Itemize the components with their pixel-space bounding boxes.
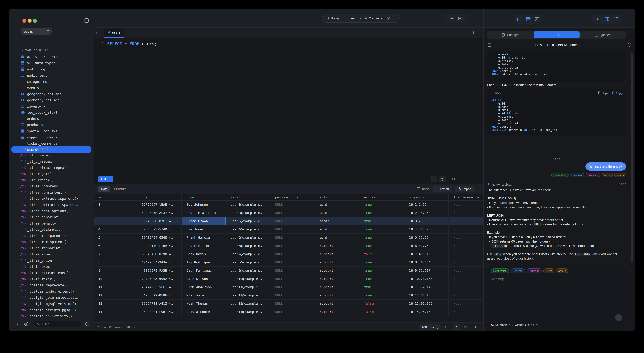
table-cell-id[interactable]: 7 bbox=[94, 250, 137, 258]
column-header-role[interactable]: role bbox=[315, 194, 359, 200]
table-cell-signup_ip[interactable]: 10.10.70.130 bbox=[404, 275, 449, 283]
sidebar-function[interactable]: ƒ(×)_ltree_compress() bbox=[12, 183, 91, 189]
table-cell-email[interactable]: user8@example.c… bbox=[226, 258, 270, 266]
table-cell-last_known_ip[interactable]: NULL bbox=[449, 275, 483, 283]
table-row[interactable]: 3DF242380-87F1-4…Diana Brownuser3@exampl… bbox=[94, 217, 483, 225]
table-cell-id[interactable]: 10 bbox=[94, 275, 137, 283]
table-cell-password_hash[interactable]: NULL bbox=[270, 201, 315, 209]
table-cell-email[interactable]: user4@example.c… bbox=[226, 225, 270, 233]
sidebar-table-geography_columns[interactable]: geography_columns bbox=[12, 91, 91, 97]
table-cell-email[interactable]: user13@example.… bbox=[226, 300, 270, 308]
table-cell-email[interactable]: user14@example.… bbox=[226, 308, 270, 316]
query-log-button[interactable] bbox=[430, 176, 437, 182]
table-cell-last_known_ip[interactable]: NULL bbox=[449, 291, 483, 299]
table-row[interactable]: 8C2427FEA-943A-4…Ivy Rodriguezuser8@exam… bbox=[94, 258, 483, 267]
table-cell-password_hash[interactable]: NULL bbox=[270, 308, 315, 316]
table-cell-name[interactable]: Charlie Williams bbox=[182, 209, 226, 217]
table-cell-email[interactable]: user9@example.c… bbox=[226, 267, 270, 275]
sidebar-function[interactable]: ƒ(×)_ltq_rregex() bbox=[12, 177, 91, 183]
sidebar-function[interactable]: ƒ(×)_postgis_scripts_pgsql_v… bbox=[12, 307, 91, 313]
tab-ai[interactable]: AI bbox=[534, 31, 580, 38]
sidebar-table-active_products[interactable]: active_products bbox=[12, 54, 91, 60]
chat-history-icon[interactable] bbox=[627, 43, 631, 47]
table-cell-password_hash[interactable]: NULL bbox=[270, 250, 315, 258]
sidebar-function[interactable]: ƒ(×)_ltxtq_exec() bbox=[12, 263, 91, 270]
connection-pill[interactable]: Relay › devdb ▾ Connected bbox=[322, 14, 400, 23]
table-cell-email[interactable]: user3@example.c… bbox=[226, 217, 270, 225]
ai-sparkles-icon[interactable] bbox=[596, 17, 600, 22]
zoom-window-button[interactable] bbox=[33, 19, 37, 23]
sidebar-table-audit_test[interactable]: audit_test bbox=[12, 72, 91, 78]
table-cell-uuid[interactable]: 4102C979-FA5E-4… bbox=[137, 267, 182, 275]
table-cell-uuid[interactable]: 1DA4B14C-F1BA-4… bbox=[137, 242, 182, 250]
table-cell-id[interactable]: 13 bbox=[94, 300, 137, 308]
column-header-id[interactable]: id bbox=[94, 194, 137, 200]
table-cell-last_known_ip[interactable]: NULL bbox=[449, 225, 483, 233]
table-cell-email[interactable]: user7@example.c… bbox=[226, 250, 270, 258]
table-cell-last_known_ip[interactable]: NULL bbox=[449, 250, 483, 258]
table-cell-uuid[interactable]: 399C0B3B-AE37-4… bbox=[137, 209, 182, 217]
table-cell-id[interactable]: 12 bbox=[94, 291, 137, 299]
table-row[interactable]: 2399C0B3B-AE37-4…Charlie Williamsuser2@e… bbox=[94, 209, 483, 217]
sidebar-function[interactable]: ƒ(×)_ltree_same() bbox=[12, 251, 91, 257]
disconnect-icon[interactable] bbox=[387, 17, 390, 20]
sql-editor[interactable]: 1 SELECT * FROM users; bbox=[94, 38, 483, 174]
sidebar-table-orders[interactable]: orders bbox=[12, 116, 91, 122]
table-cell-role[interactable]: admin bbox=[315, 225, 359, 233]
table-cell-password_hash[interactable]: NULL bbox=[270, 242, 315, 250]
sidebar-table-low_stock_alert[interactable]: low_stock_alert bbox=[12, 109, 91, 116]
table-cell-signup_ip[interactable]: 10.6.42.78 bbox=[404, 242, 449, 250]
table-cell-uuid[interactable]: 90B2AA21-F0B1-4… bbox=[137, 308, 182, 316]
table-cell-signup_ip[interactable]: 10.2.14.26 bbox=[404, 209, 449, 217]
table-cell-last_known_ip[interactable]: NULL bbox=[449, 267, 483, 275]
thread-title[interactable]: How do i join users with orders?▾ bbox=[492, 43, 627, 47]
tab-changes[interactable]: Changes bbox=[488, 31, 534, 38]
tab-queries[interactable]: Queries bbox=[580, 31, 626, 38]
table-cell-password_hash[interactable]: NULL bbox=[270, 217, 315, 225]
table-cell-uuid[interactable]: 87584FB1-A412-4… bbox=[137, 300, 182, 308]
list-view-icon[interactable] bbox=[450, 16, 454, 20]
table-row[interactable]: 587AB9404-6240-4…Frank Garciauser5@examp… bbox=[94, 234, 483, 242]
context-tag-users[interactable]: users bbox=[602, 173, 613, 177]
sidebar-function[interactable]: ƒ(×)_postgis_deprecate() bbox=[12, 282, 91, 288]
table-cell-role[interactable]: support bbox=[315, 283, 359, 291]
sidebar-function[interactable]: ƒ(×)_ltree_picksplit() bbox=[12, 226, 91, 232]
table-cell-name[interactable]: Frank Garcia bbox=[182, 234, 226, 242]
sidebar-function[interactable]: ƒ(×)_ltree_isparent() bbox=[12, 214, 91, 220]
table-cell-name[interactable]: Jack Martinez bbox=[182, 267, 226, 275]
table-cell-active[interactable]: true bbox=[359, 234, 404, 242]
message-input[interactable]: Message... bbox=[491, 277, 622, 281]
table-cell-id[interactable]: 14 bbox=[94, 308, 137, 316]
nav-back-icon[interactable]: ‹ bbox=[96, 31, 97, 35]
context-tag-orders[interactable]: orders bbox=[614, 173, 626, 177]
sidebar-function[interactable]: ƒ(×)_ltree_consistent() bbox=[12, 189, 91, 195]
sidebar-table-all_data_types[interactable]: all_data_types bbox=[12, 60, 91, 66]
terminal-icon[interactable] bbox=[535, 17, 540, 21]
table-cell-role[interactable]: support bbox=[315, 300, 359, 308]
table-row[interactable]: 7B094EA20-0198-4…Hank Davisuser7@example… bbox=[94, 250, 483, 258]
table-cell-role[interactable]: admin bbox=[315, 234, 359, 242]
table-cell-name[interactable]: Ivy Rodriguez bbox=[182, 258, 226, 266]
sidebar-table-audit_log[interactable]: audit_log bbox=[12, 66, 91, 72]
new-chat-icon[interactable] bbox=[488, 43, 492, 47]
context-tag-Structure[interactable]: Structure bbox=[586, 173, 600, 177]
table-cell-role[interactable]: support bbox=[315, 275, 359, 283]
table-cell-active[interactable]: true bbox=[359, 275, 404, 283]
sidebar-function[interactable]: ƒ(×)_ltree_risparent() bbox=[12, 245, 91, 251]
table-cell-active[interactable]: false bbox=[359, 250, 404, 258]
table-cell-password_hash[interactable]: NULL bbox=[270, 291, 315, 299]
table-cell-name[interactable]: Mia Taylor bbox=[182, 291, 226, 299]
export-button[interactable]: Export bbox=[432, 185, 452, 192]
close-window-button[interactable] bbox=[22, 19, 26, 23]
table-cell-id[interactable]: 11 bbox=[94, 283, 137, 291]
table-cell-last_known_ip[interactable]: NULL bbox=[449, 300, 483, 308]
table-cell-last_known_ip[interactable]: NULL bbox=[449, 308, 483, 316]
table-row[interactable]: 94102C979-FA5E-4…Jack Martinezuser9@exam… bbox=[94, 267, 483, 275]
table-cell-email[interactable]: user5@example.c… bbox=[226, 234, 270, 242]
table-cell-role[interactable]: support bbox=[315, 267, 359, 275]
table-cell-signup_ip[interactable]: 10.11.77.143 bbox=[404, 283, 449, 291]
table-cell-last_known_ip[interactable]: NULL bbox=[449, 217, 483, 225]
table-cell-uuid[interactable]: 87AB9404-6240-4… bbox=[137, 234, 182, 242]
table-cell-last_known_ip[interactable]: NULL bbox=[449, 209, 483, 217]
table-cell-password_hash[interactable]: NULL bbox=[270, 283, 315, 291]
